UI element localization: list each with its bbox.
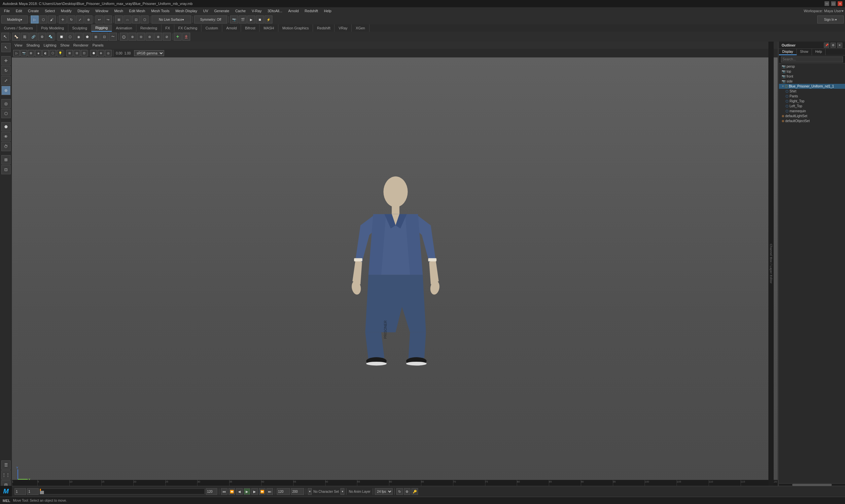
tb2-constrain6[interactable]: ⊘: [163, 33, 171, 41]
current-frame-input[interactable]: [15, 488, 26, 495]
vp-light-btn[interactable]: 💡: [57, 50, 64, 56]
vp-ortho-btn[interactable]: ⊞: [28, 50, 34, 56]
vp-wire-btn[interactable]: ⬡: [50, 50, 56, 56]
tb2-joint-btn[interactable]: 🦴: [12, 33, 20, 41]
range-start-input[interactable]: [27, 488, 39, 495]
outliner-close-btn[interactable]: ✕: [837, 42, 842, 48]
left-tool-11[interactable]: ☰: [1, 461, 11, 470]
vp-xray-btn[interactable]: ◎: [105, 50, 111, 56]
outliner-tab-help[interactable]: Help: [812, 49, 826, 55]
left-tool-9[interactable]: ⊞: [1, 155, 11, 164]
render-button[interactable]: 🎬: [239, 16, 247, 23]
menu-select[interactable]: Select: [42, 8, 58, 14]
menu-help[interactable]: Help: [321, 8, 334, 14]
fps-select[interactable]: 24 fps: [375, 488, 393, 495]
menu-create[interactable]: Create: [25, 8, 41, 14]
undo-button[interactable]: ↩: [95, 16, 103, 23]
max-frame-input1[interactable]: [277, 488, 290, 495]
tb2-paint-btn[interactable]: ⬡: [66, 33, 74, 41]
vp-snap-btn[interactable]: ⊡: [81, 50, 88, 56]
maximize-button[interactable]: □: [831, 1, 836, 6]
tab-redshift[interactable]: Redshift: [313, 24, 334, 32]
tree-item-persp[interactable]: 📷 persp: [779, 64, 845, 69]
paint-select-button[interactable]: 🖌: [48, 16, 56, 23]
show-hide-button[interactable]: 👁: [1, 132, 11, 141]
timeline-settings-btn[interactable]: ⚙: [404, 488, 410, 495]
menu-edit-mesh[interactable]: Edit Mesh: [126, 8, 148, 14]
outliner-scrollbar-h[interactable]: [779, 483, 845, 486]
viewport[interactable]: View Shading Lighting Show Renderer Pane…: [12, 41, 779, 486]
mode-dropdown[interactable]: Modeling ▾: [1, 16, 28, 23]
select-mode-button[interactable]: ↖: [1, 43, 11, 52]
vp-subdiv-btn[interactable]: ⊕: [98, 50, 104, 56]
history-button[interactable]: ⏱: [1, 142, 11, 151]
tab-curves-surfaces[interactable]: Curves / Surfaces: [0, 24, 37, 32]
menu-redshift[interactable]: Redshift: [302, 8, 321, 14]
tb2-nonlinear-btn[interactable]: 〜: [109, 33, 117, 41]
workspace-selector[interactable]: Workspace: Maya User▾: [804, 9, 844, 13]
tb2-ik-btn[interactable]: ⛓: [21, 33, 29, 41]
menu-file[interactable]: File: [1, 8, 13, 14]
tree-item-top[interactable]: 📷 top: [779, 69, 845, 74]
stop-button[interactable]: ⏹: [256, 16, 264, 23]
vp-menu-show[interactable]: Show: [60, 43, 70, 47]
snap-curve-button[interactable]: ⌓: [123, 16, 131, 23]
mesh-ops-button[interactable]: ⬣: [1, 122, 11, 131]
tab-animation[interactable]: Animation: [112, 24, 136, 32]
tb2-constrain3[interactable]: ⊝: [137, 33, 145, 41]
snap-grid-button[interactable]: ⊞: [115, 16, 123, 23]
tb2-ik4-btn[interactable]: 🔩: [47, 33, 54, 41]
vp-persp-btn[interactable]: ◈: [35, 50, 41, 56]
outliner-pin-btn[interactable]: 📌: [824, 42, 829, 48]
timeline-scrubber[interactable]: [40, 488, 205, 494]
go-to-end-btn[interactable]: ⏭: [266, 488, 273, 495]
status-message-area[interactable]: Move Tool: Select an object to move.: [13, 499, 842, 502]
tab-arnold[interactable]: Arnold: [222, 24, 241, 32]
tb2-constrain5[interactable]: ⊗: [154, 33, 162, 41]
redo-button[interactable]: ↪: [104, 16, 112, 23]
vp-menu-renderer[interactable]: Renderer: [73, 43, 88, 47]
vp-menu-panels[interactable]: Panels: [92, 43, 104, 47]
char-set-toggle[interactable]: ▾: [308, 488, 312, 495]
panel-resize-handle[interactable]: [778, 41, 779, 486]
range-start-marker[interactable]: [40, 491, 44, 494]
vp-grid-btn[interactable]: ⊞: [66, 50, 73, 56]
snap-point-button[interactable]: ⊡: [132, 16, 140, 23]
minimize-button[interactable]: ─: [825, 1, 829, 6]
max-frame-input2[interactable]: [291, 488, 304, 495]
tab-vray[interactable]: VRay: [334, 24, 352, 32]
tab-custom[interactable]: Custom: [201, 24, 222, 32]
rotate-tool-button[interactable]: ↻: [67, 16, 75, 23]
menu-edit[interactable]: Edit: [13, 8, 25, 14]
vp-menu-view[interactable]: View: [15, 43, 22, 47]
vp-shading-btn[interactable]: ◐: [42, 50, 49, 56]
range-end-input[interactable]: [206, 488, 217, 495]
outliner-scrollbar-thumb[interactable]: [792, 484, 832, 486]
menu-vray[interactable]: V-Ray: [249, 8, 264, 14]
tree-item-side[interactable]: 📷 side: [779, 79, 845, 84]
tab-poly-modeling[interactable]: Poly Modeling: [37, 24, 68, 32]
next-key-btn[interactable]: ▶: [251, 488, 258, 495]
prev-frame-btn[interactable]: ⏪: [229, 488, 235, 495]
tree-item-blue-prisoner-group[interactable]: ▼ ⬡ Blue_Prisoner_Uniform_nd1_1: [779, 84, 845, 89]
move-tool-button[interactable]: ✛: [59, 16, 67, 23]
tab-mash[interactable]: MASH: [260, 24, 278, 32]
left-tool-12[interactable]: ⋮⋮: [1, 470, 11, 480]
tb2-lattice-btn[interactable]: ⊞: [92, 33, 100, 41]
tb2-constrain4[interactable]: ⊜: [146, 33, 154, 41]
menu-cache[interactable]: Cache: [232, 8, 248, 14]
left-tool-10[interactable]: ⊡: [1, 165, 11, 174]
signin-button[interactable]: Sign In ▾: [817, 16, 844, 23]
tree-item-front[interactable]: 📷 front: [779, 74, 845, 79]
close-button[interactable]: ✕: [838, 1, 842, 6]
vp-camera-btn[interactable]: 📷: [20, 50, 27, 56]
scale-mode-button[interactable]: ⤢: [1, 76, 11, 85]
menu-display[interactable]: Display: [75, 8, 92, 14]
scale-tool-button[interactable]: ⤢: [76, 16, 84, 23]
go-to-start-btn[interactable]: ⏮: [221, 488, 228, 495]
lasso-tool-button[interactable]: ⬡: [39, 16, 47, 23]
outliner-tab-display[interactable]: Display: [779, 49, 797, 55]
tab-rigging[interactable]: Rigging: [91, 24, 112, 32]
universal-mode-button[interactable]: ⊕: [1, 86, 11, 95]
move-mode-button[interactable]: ✛: [1, 56, 11, 65]
